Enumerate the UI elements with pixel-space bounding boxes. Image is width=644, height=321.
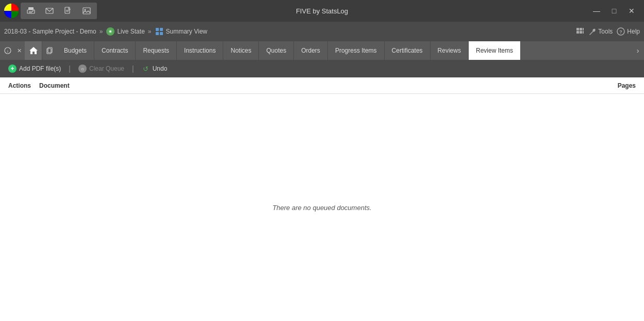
help-label: Help: [627, 28, 640, 35]
svg-marker-28: [29, 47, 38, 54]
svg-rect-0: [28, 7, 34, 10]
empty-message: There are no queued documents.: [272, 204, 371, 212]
live-state-label: Live State: [117, 28, 144, 35]
app-logo: [4, 4, 19, 18]
svg-rect-23: [583, 31, 584, 34]
svg-rect-21: [576, 31, 579, 34]
close-button[interactable]: ✕: [623, 4, 640, 18]
tab-contracts[interactable]: Contracts: [94, 41, 136, 60]
separator-1: |: [67, 65, 72, 73]
info-icon: i: [4, 47, 11, 54]
help-button[interactable]: ? Help: [617, 27, 640, 36]
svg-rect-16: [156, 32, 159, 35]
document-column-header: Document: [35, 82, 74, 89]
email-button[interactable]: [41, 4, 58, 18]
summary-view-link[interactable]: Summary View: [155, 27, 207, 36]
undo-label: Undo: [153, 65, 168, 72]
tab-requests[interactable]: Requests: [136, 41, 177, 60]
svg-rect-22: [580, 31, 582, 34]
copy-icon: [46, 47, 53, 54]
tab-quotes[interactable]: Quotes: [259, 41, 294, 60]
breadcrumb-sep-2: »: [148, 28, 152, 35]
undo-icon: ↺: [142, 65, 150, 73]
svg-rect-17: [160, 32, 163, 35]
tools-button[interactable]: Tools: [589, 28, 613, 35]
live-state-icon: [106, 27, 115, 36]
help-icon: ?: [617, 27, 625, 36]
tab-bar: i ✕ Budgets Contracts Requests Instructi…: [0, 41, 644, 60]
svg-rect-15: [160, 28, 163, 31]
svg-rect-3: [29, 12, 32, 13]
print-button[interactable]: [23, 4, 39, 18]
svg-text:i: i: [7, 49, 8, 54]
svg-rect-19: [580, 28, 582, 30]
separator-2: |: [130, 65, 136, 73]
tab-info-button[interactable]: i: [2, 41, 13, 60]
actions-bar: + Add PDF file(s) | ○ Clear Queue | ↺ Un…: [0, 60, 644, 77]
summary-view-icon: [155, 27, 164, 36]
svg-point-13: [109, 30, 111, 33]
apps-button[interactable]: [575, 27, 585, 36]
column-header-bar: Actions Document Pages: [0, 77, 644, 94]
project-name: 2018-03 - Sample Project - Demo: [4, 28, 96, 35]
svg-point-10: [85, 9, 86, 11]
tab-orders[interactable]: Orders: [294, 41, 328, 60]
tab-close-button[interactable]: ✕: [13, 41, 25, 60]
clear-queue-label: Clear Queue: [89, 65, 124, 72]
svg-rect-18: [576, 28, 579, 30]
title-bar: FIVE by StatsLog — □ ✕: [0, 0, 644, 22]
breadcrumb-right: Tools ? Help: [575, 27, 640, 36]
breadcrumb-bar: 2018-03 - Sample Project - Demo » Live S…: [0, 22, 644, 41]
image-button[interactable]: [78, 4, 95, 18]
tools-label: Tools: [598, 28, 613, 35]
tab-budgets[interactable]: Budgets: [57, 41, 94, 60]
wrench-icon: [589, 28, 596, 35]
tab-reviews[interactable]: Reviews: [431, 41, 469, 60]
main-content: There are no queued documents.: [0, 94, 644, 321]
toolbar-group: [21, 3, 97, 19]
svg-rect-4: [32, 10, 34, 11]
maximize-button[interactable]: □: [606, 4, 622, 18]
tab-certificates[interactable]: Certificates: [385, 41, 431, 60]
home-icon: [29, 46, 38, 55]
summary-view-label: Summary View: [166, 28, 207, 35]
clear-queue-icon: ○: [78, 65, 87, 73]
app-title: FIVE by StatsLog: [296, 7, 348, 15]
svg-text:?: ?: [620, 29, 623, 35]
tab-scroll-right-button[interactable]: ›: [632, 41, 644, 60]
live-state-link[interactable]: Live State: [106, 27, 144, 36]
clear-queue-button[interactable]: ○ Clear Queue: [74, 63, 128, 74]
title-bar-left: [4, 3, 97, 19]
add-pdf-button[interactable]: + Add PDF file(s): [4, 63, 65, 74]
svg-rect-9: [83, 8, 90, 14]
minimize-button[interactable]: —: [588, 4, 605, 18]
pages-column-header: Pages: [614, 82, 640, 89]
window-controls: — □ ✕: [588, 4, 640, 18]
apps-grid-icon: [575, 27, 585, 36]
svg-rect-2: [29, 11, 33, 12]
svg-rect-20: [583, 28, 584, 30]
tab-review-items[interactable]: Review Items: [469, 41, 521, 60]
tab-progress-items[interactable]: Progress Items: [328, 41, 385, 60]
tab-home-button[interactable]: [25, 41, 42, 60]
tab-instructions[interactable]: Instructions: [177, 41, 223, 60]
tab-copy-button[interactable]: [42, 41, 57, 60]
breadcrumb-sep-1: »: [100, 28, 103, 35]
add-pdf-icon: +: [8, 65, 16, 73]
actions-column-header: Actions: [4, 82, 35, 89]
add-pdf-label: Add PDF file(s): [19, 65, 61, 72]
undo-button[interactable]: ↺ Undo: [138, 63, 172, 74]
svg-rect-14: [156, 28, 159, 31]
pdf-button[interactable]: [60, 4, 76, 18]
tab-notices[interactable]: Notices: [223, 41, 259, 60]
